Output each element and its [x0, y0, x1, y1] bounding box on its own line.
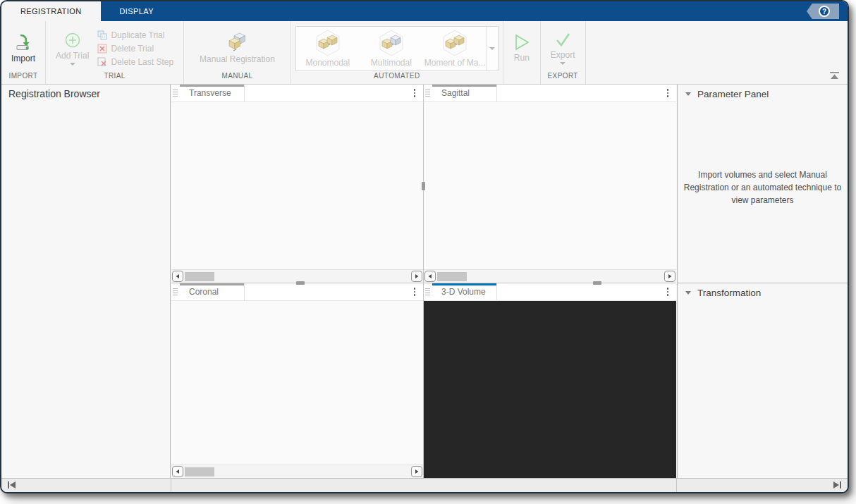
- ribbon-filler: [586, 21, 848, 84]
- splitter-handle[interactable]: [422, 182, 425, 190]
- duplicate-trial-label: Duplicate Trial: [111, 30, 164, 40]
- import-section-label: IMPORT: [1, 72, 45, 84]
- parameter-panel-title: Parameter Panel: [697, 89, 769, 99]
- gallery-dropdown-icon: [489, 47, 495, 50]
- transverse-tab[interactable]: Transverse: [180, 85, 245, 102]
- figure-panel-3d-volume: 3-D Volume: [424, 283, 676, 478]
- bottom-bar-divider: [171, 479, 171, 492]
- add-trial-dropdown-icon: [70, 63, 75, 66]
- delete-trial-icon: [97, 44, 107, 54]
- transformation-header[interactable]: Transformation: [678, 283, 848, 302]
- coronal-menu-button[interactable]: [414, 288, 416, 296]
- sagittal-scrollbar: [424, 269, 676, 283]
- monomodal-label: Monomodal: [305, 58, 350, 68]
- monomodal-icon: [314, 30, 342, 56]
- transverse-menu-button[interactable]: [414, 89, 416, 97]
- sagittal-tabstrip: Sagittal: [424, 85, 676, 102]
- volume-viewport[interactable]: [424, 301, 676, 478]
- coronal-viewport[interactable]: [171, 301, 423, 465]
- skip-to-end-button[interactable]: [833, 481, 842, 489]
- volume-menu-button[interactable]: [667, 288, 669, 296]
- scroll-right-button[interactable]: [411, 271, 422, 282]
- registration-browser-panel: Registration Browser: [1, 85, 171, 478]
- section-manual: Manual Registration MANUAL: [184, 21, 291, 84]
- transverse-tabstrip: Transverse: [171, 85, 423, 102]
- app-window: REGISTRATION DISPLAY ?: [0, 0, 849, 493]
- manual-registration-icon: [226, 32, 247, 52]
- bottom-scrollbar: [1, 478, 848, 492]
- manual-section-label: MANUAL: [184, 72, 291, 84]
- duplicate-trial-button[interactable]: Duplicate Trial: [97, 30, 173, 40]
- coronal-scrollbar: [171, 465, 423, 478]
- automated-gallery: Monomodal Multimodal: [295, 26, 499, 71]
- export-button[interactable]: Export: [545, 31, 581, 66]
- transverse-tab-label: Transverse: [189, 88, 231, 98]
- duplicate-trial-icon: [97, 30, 107, 40]
- figure-panel-coronal: Coronal: [171, 283, 423, 478]
- figure-panel-transverse: Transverse: [171, 85, 423, 283]
- main-area: Registration Browser Transverse: [1, 85, 848, 478]
- help-button[interactable]: ?: [807, 4, 839, 19]
- drag-grip-icon[interactable]: [425, 288, 430, 295]
- drag-grip-icon[interactable]: [425, 90, 430, 97]
- skip-to-start-button[interactable]: [7, 481, 16, 489]
- multimodal-label: Multimodal: [371, 58, 412, 68]
- scroll-thumb[interactable]: [437, 272, 467, 281]
- sagittal-viewport[interactable]: [424, 102, 676, 269]
- volume-tab[interactable]: 3-D Volume: [432, 283, 497, 300]
- manual-registration-button[interactable]: Manual Registration: [194, 31, 281, 66]
- scroll-thumb[interactable]: [185, 272, 214, 281]
- run-button[interactable]: Run: [508, 32, 536, 64]
- trial-section-label: TRIAL: [46, 72, 183, 84]
- ribbon: Import IMPORT Add Trial: [1, 21, 848, 85]
- bottom-bar-divider: [676, 479, 677, 492]
- drag-grip-icon[interactable]: [173, 288, 178, 295]
- splitter-handle[interactable]: [296, 281, 305, 285]
- tab-display[interactable]: DISPLAY: [101, 1, 173, 21]
- export-label: Export: [551, 50, 575, 60]
- scroll-right-button[interactable]: [411, 466, 422, 477]
- transverse-viewport[interactable]: [171, 102, 423, 269]
- transformation-title: Transformation: [697, 288, 761, 298]
- delete-last-step-icon: [97, 57, 107, 67]
- monomodal-button[interactable]: Monomodal: [296, 27, 360, 70]
- volume-tab-label: 3-D Volume: [441, 287, 486, 297]
- tab-registration[interactable]: REGISTRATION: [1, 1, 101, 21]
- scroll-left-button[interactable]: [172, 466, 183, 477]
- splitter-handle[interactable]: [593, 281, 601, 285]
- delete-last-step-label: Delete Last Step: [111, 57, 173, 67]
- moment-of-mass-icon: [441, 30, 469, 56]
- collapse-ribbon-button[interactable]: [830, 72, 839, 80]
- delete-last-step-button[interactable]: Delete Last Step: [97, 57, 173, 67]
- gallery-dropdown-button[interactable]: [487, 27, 498, 70]
- figure-panel-sagittal: Sagittal: [424, 85, 676, 283]
- multimodal-icon: [377, 30, 405, 56]
- help-area: ?: [807, 1, 848, 21]
- add-trial-button[interactable]: Add Trial: [50, 30, 94, 67]
- scroll-right-button[interactable]: [664, 271, 675, 282]
- sagittal-tab[interactable]: Sagittal: [432, 85, 497, 102]
- parameter-panel-hint: Import volumes and select Manual Registr…: [679, 168, 847, 207]
- delete-trial-button[interactable]: Delete Trial: [97, 44, 173, 54]
- sagittal-menu-button[interactable]: [667, 89, 669, 97]
- multimodal-button[interactable]: Multimodal: [360, 27, 423, 70]
- drag-grip-icon[interactable]: [173, 90, 178, 97]
- scroll-left-button[interactable]: [424, 271, 436, 282]
- registration-browser-title: Registration Browser: [1, 85, 170, 99]
- section-automated: Monomodal Multimodal: [291, 21, 503, 84]
- parameter-panel-header[interactable]: Parameter Panel: [678, 85, 848, 104]
- section-import: Import IMPORT: [1, 21, 46, 84]
- import-icon: [14, 33, 32, 51]
- parameter-panel: Parameter Panel Import volumes and selec…: [678, 85, 848, 283]
- import-button[interactable]: Import: [6, 32, 41, 65]
- export-dropdown-icon: [560, 62, 565, 65]
- add-trial-label: Add Trial: [56, 51, 89, 61]
- scroll-left-button[interactable]: [172, 271, 183, 282]
- add-trial-icon: [64, 32, 81, 49]
- run-icon: [513, 34, 530, 51]
- toolstrip-tabbar: REGISTRATION DISPLAY ?: [1, 1, 848, 21]
- moment-of-mass-button[interactable]: Moment of Ma...: [423, 27, 487, 70]
- coronal-tab[interactable]: Coronal: [180, 283, 245, 300]
- tab-registration-label: REGISTRATION: [20, 7, 82, 16]
- scroll-thumb[interactable]: [185, 467, 214, 477]
